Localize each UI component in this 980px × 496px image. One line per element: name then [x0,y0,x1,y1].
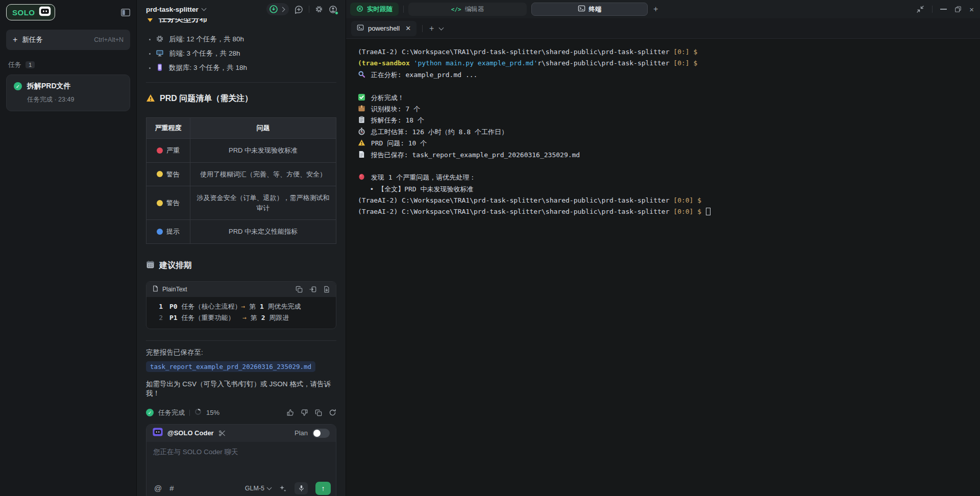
terminal-line: 总工时估算: 126 小时（约 8.8 个工作日） [358,127,980,138]
resume-download-icon [269,5,278,14]
task-list-item[interactable]: ✓ 拆解PRD文件 任务完成 · 23:49 [6,75,130,111]
severity-dot [157,147,163,154]
warning-icon [358,139,367,147]
close-shell-tab-icon[interactable]: ✕ [405,24,411,32]
solo-coder-icon [153,428,163,438]
chat-header: @SOLO Coder Plan [146,425,336,442]
gear-icon [156,35,164,44]
phone-icon [156,63,164,73]
done-check-icon: ✓ [146,409,154,416]
chevron-down-icon [201,6,206,11]
terminal-line: (TraeAI-2) C:\Workspace\TRA1\prd-task-sp… [358,206,980,217]
report-file-link[interactable]: task_report_example_prd_20260316_235029.… [146,361,315,372]
progress-label: 15% [206,409,219,416]
online-status-dot [335,11,338,15]
table-row: 严重PRD 中未发现验收标准 [146,139,336,163]
tab-powershell[interactable]: powershell ✕ [351,21,416,36]
hash-icon[interactable]: # [169,484,174,492]
plan-label: Plan [295,429,308,437]
plan-toggle[interactable] [312,429,330,438]
report-panel: prd-task-splitter 任务类型分布 [137,0,346,496]
tab-live-follow[interactable]: 实时跟随 [350,3,399,16]
chevron-down-icon [267,485,272,490]
tasks-label: 任务 [8,60,21,69]
magnifier-icon [358,71,367,79]
agent-name[interactable]: @SOLO Coder [167,429,214,437]
regenerate-icon[interactable] [329,409,336,416]
section-title-schedule: 建议排期 [146,260,336,271]
schedule-code-block: PlainText 1P0 任务（核心主流程）→ 第 1 周优先完成2P1 任务… [146,281,336,329]
chat-input[interactable]: 您正在与 SOLO Coder 聊天 [146,442,336,480]
copy-code-icon[interactable] [296,286,303,293]
sidebar: SOLO + 新任务 Ctrl+Alt+N 任务 1 ✓ 拆解PRD文件 任务完… [0,0,137,496]
close-icon[interactable]: × [969,5,974,14]
monitor-icon [156,49,164,59]
distribution-item: 后端: 12 个任务，共 80h [149,32,336,46]
new-chat-icon[interactable] [295,5,303,14]
code-line: 1P0 任务（核心主流程）→ 第 1 周优先完成 [146,301,336,312]
collapse-panel-icon[interactable] [916,5,924,13]
distribution-list: 后端: 12 个任务，共 80h前端: 3 个任务，共 28h数据库: 3 个任… [146,32,336,75]
chat-toolbar: @ # GLM-5 ↑ [146,480,336,496]
terminal-cursor [706,208,710,215]
save-code-icon[interactable] [323,286,330,293]
thumbs-up-icon[interactable] [286,409,294,416]
package-icon [358,105,367,113]
minimize-icon[interactable] [940,9,947,10]
severity-dot [157,171,163,177]
red-circle-icon [358,173,367,181]
send-button[interactable]: ↑ [315,482,331,495]
mic-button[interactable] [295,482,308,494]
terminal-output[interactable]: (TraeAI-2) C:\Workspace\TRA1\prd-task-sp… [346,39,980,496]
check-square-icon [358,94,367,102]
terminal-line [358,81,980,92]
progress-ring-icon [194,408,202,417]
chevron-right-icon [280,7,285,12]
model-name: GLM-5 [245,485,264,492]
new-task-shortcut: Ctrl+Alt+N [94,36,124,43]
thumbs-down-icon[interactable] [301,409,308,416]
terminal-line: 拆解任务: 18 个 [358,115,980,126]
account-icon[interactable] [329,5,337,14]
tasks-count-badge: 1 [26,61,35,68]
sidebar-toggle-icon[interactable] [121,9,130,16]
col-header-issue: 问题 [190,118,336,139]
tab-editor[interactable]: </> 编辑器 [408,3,527,16]
warning-triangle-icon [146,94,155,104]
terminal-line: 识别模块: 7 个 [358,104,980,115]
resume-button[interactable] [266,3,289,15]
shell-tab-bar: powershell ✕ + [346,18,980,39]
add-panel-icon[interactable]: + [653,5,658,14]
enhance-prompt-icon[interactable] [279,484,287,492]
shell-dropdown-icon[interactable] [439,25,444,30]
code-line: 2P1 任务（重要功能） → 第 2 周跟进 [146,312,336,324]
terminal-line: • 【全文】PRD 中未发现验收标准 [358,184,980,195]
terminal-line: (TraeAI-2) C:\Workspace\TRA1\prd-task-sp… [358,46,980,58]
gear-icon[interactable] [315,5,323,13]
issues-table: 严重程度 问题 严重PRD 中未发现验收标准警告使用了模糊词汇（完善、等、方便、… [146,117,336,244]
panel-tab-bar: 实时跟随 </> 编辑器 终端 + × [346,0,980,18]
restore-icon[interactable] [954,6,962,13]
document-icon [358,151,367,159]
terminal-panel: 实时跟随 </> 编辑器 终端 + × powers [346,0,980,496]
model-selector[interactable]: GLM-5 [245,485,271,492]
new-task-button[interactable]: + 新任务 Ctrl+Alt+N [6,30,130,50]
tools-icon[interactable] [218,430,226,437]
insert-code-icon[interactable] [309,286,316,293]
code-language-label: PlainText [162,286,187,293]
divider [146,340,336,341]
clipboard-icon [358,116,367,124]
code-icon: </> [451,6,461,13]
project-selector[interactable]: prd-task-splitter [146,6,206,13]
tab-terminal[interactable]: 终端 [531,3,648,16]
terminal-icon [578,5,585,14]
report-content: 任务类型分布 后端: 12 个任务，共 80h前端: 3 个任务，共 28h数据… [137,18,346,496]
solo-logo: SOLO [6,4,55,20]
divider [146,82,336,83]
terminal-line: 正在分析: example_prd.md ... [358,69,980,81]
mention-icon[interactable]: @ [154,484,162,492]
copy-message-icon[interactable] [315,409,322,416]
distribution-item: 前端: 3 个任务，共 28h [149,46,336,61]
logo-text: SOLO [12,8,35,17]
new-shell-icon[interactable]: + [429,24,434,33]
